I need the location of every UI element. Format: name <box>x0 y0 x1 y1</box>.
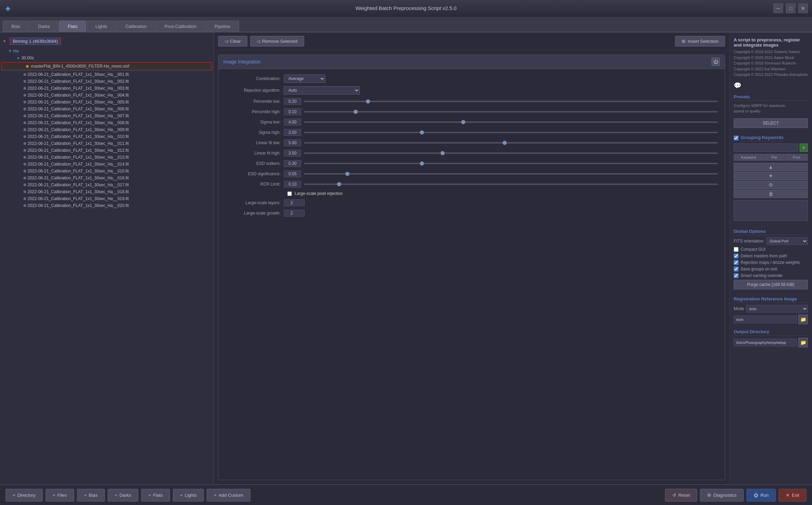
linear-fit-high-input[interactable] <box>284 150 301 157</box>
esd-outliers-slider[interactable] <box>304 163 718 164</box>
compact-gui-checkbox[interactable] <box>734 247 739 252</box>
list-item[interactable]: 2022-06-21_Calibration_FLAT_1x1_30sec_Ha… <box>0 202 214 209</box>
presets-select-button[interactable]: SELECT <box>734 118 808 128</box>
output-dir-input[interactable] <box>734 339 797 346</box>
list-item[interactable]: 2022-06-21_Calibration_FLAT_1x1_30sec_Ha… <box>0 119 214 126</box>
tab-darks[interactable]: Darks <box>29 21 58 32</box>
compact-gui-row: Compact GUI <box>734 247 808 252</box>
output-dir-folder-button[interactable]: 📁 <box>798 338 808 347</box>
tab-post-calibration[interactable]: Post-Calibration <box>156 21 205 32</box>
add-files-button[interactable]: + Files <box>46 489 74 502</box>
add-bias-button[interactable]: + Bias <box>77 489 105 502</box>
add-custom-button[interactable]: + Add Custom <box>207 489 250 502</box>
list-item[interactable]: 2022-06-21_Calibration_FLAT_1x1_30sec_Ha… <box>0 195 214 202</box>
sigma-high-input[interactable] <box>284 129 301 136</box>
list-item[interactable]: 2022-06-21_Calibration_FLAT_1x1_30sec_Ha… <box>0 147 214 154</box>
detect-masters-checkbox[interactable] <box>734 254 739 258</box>
linear-fit-high-slider[interactable] <box>304 152 718 154</box>
tab-lights[interactable]: Lights <box>87 21 116 32</box>
purge-cache-button[interactable]: Purge cache (169.58 KiB) <box>734 280 808 289</box>
esd-significance-input[interactable] <box>284 170 301 177</box>
list-item[interactable]: 2022-06-21_Calibration_FLAT_1x1_30sec_Ha… <box>0 154 214 161</box>
large-scale-layers-spinbox[interactable] <box>284 199 305 206</box>
list-item[interactable]: 2022-06-21_Calibration_FLAT_1x1_30sec_Ha… <box>0 181 214 188</box>
tree-time-group[interactable]: ▼ 30.00s <box>0 55 214 61</box>
exit-button[interactable]: ✕ Exit <box>779 489 806 502</box>
tree-binning-group[interactable]: ▼ Binning 1 (4630x3694) <box>0 35 214 47</box>
dot-icon <box>23 73 26 76</box>
sigma-low-control <box>284 119 718 126</box>
maximize-button[interactable]: □ <box>786 3 795 13</box>
invert-selection-button[interactable]: ⊞ Invert Selection <box>675 36 725 47</box>
add-directory-button[interactable]: + Directory <box>6 489 43 502</box>
fits-orientation-select[interactable]: Global Pref FITS Standard PixInsight <box>766 237 808 245</box>
keyword-area[interactable] <box>734 200 808 221</box>
linear-fit-low-slider[interactable] <box>304 142 718 143</box>
tab-pipeline[interactable]: Pipeline <box>206 21 239 32</box>
tab-flats[interactable]: Flats <box>59 21 86 32</box>
smart-naming-row: Smart naming override <box>734 273 808 278</box>
esd-outliers-input[interactable] <box>284 160 301 167</box>
registration-mode-select[interactable]: auto manual <box>746 305 808 313</box>
sigma-low-input[interactable] <box>284 119 301 126</box>
minimize-button[interactable]: ─ <box>773 3 783 13</box>
percentile-high-slider[interactable] <box>304 111 718 112</box>
list-item[interactable]: 2022-06-21_Calibration_FLAT_1x1_30sec_Ha… <box>0 92 214 99</box>
list-item[interactable]: 2022-06-21_Calibration_FLAT_1x1_30sec_Ha… <box>0 140 214 147</box>
sigma-low-slider[interactable] <box>304 121 718 123</box>
list-item[interactable]: 2022-06-21_Calibration_FLAT_1x1_30sec_Ha… <box>0 85 214 92</box>
run-button[interactable]: ⏻ Run <box>746 489 776 502</box>
list-item[interactable]: 2022-06-21_Calibration_FLAT_1x1_30sec_Ha… <box>0 99 214 106</box>
tab-calibration[interactable]: Calibration <box>117 21 155 32</box>
rcr-limit-input[interactable] <box>284 181 301 188</box>
list-item[interactable]: 2022-06-21_Calibration_FLAT_1x1_30sec_Ha… <box>0 175 214 181</box>
large-scale-growth-spinbox[interactable] <box>284 210 305 217</box>
dot-icon <box>23 149 26 152</box>
diagnostics-button[interactable]: ⚙ Diagnostics <box>700 489 744 502</box>
save-groups-checkbox[interactable] <box>734 267 739 271</box>
percentile-low-slider[interactable] <box>304 101 718 102</box>
list-item[interactable]: 2022-06-21_Calibration_FLAT_1x1_30sec_Ha… <box>0 106 214 112</box>
chat-icon[interactable]: 💬 <box>734 82 808 89</box>
close-button[interactable]: ✕ <box>798 3 808 13</box>
list-item[interactable]: 2022-06-21_Calibration_FLAT_1x1_30sec_Ha… <box>0 71 214 78</box>
list-item[interactable]: 2022-06-21_Calibration_FLAT_1x1_30sec_Ha… <box>0 126 214 133</box>
keyword-settings-button[interactable]: ⚙ <box>734 181 808 189</box>
percentile-low-input[interactable] <box>284 98 301 105</box>
grouping-keywords-checkbox[interactable] <box>734 136 739 140</box>
add-lights-button[interactable]: + Lights <box>173 489 204 502</box>
keyword-add-button[interactable]: + <box>800 143 808 152</box>
combination-select[interactable]: Average Median <box>284 75 325 83</box>
tree-master-file[interactable]: ★ masterFlat_BIN-1_4500x3600_FILTER-Ha_m… <box>1 62 212 70</box>
percentile-high-input[interactable] <box>284 108 301 115</box>
remove-selected-button[interactable]: ◁ Remove Selected <box>250 36 304 47</box>
list-item[interactable]: 2022-06-21_Calibration_FLAT_1x1_30sec_Ha… <box>0 112 214 119</box>
add-flats-button[interactable]: + Flats <box>141 489 170 502</box>
list-item[interactable]: 2022-06-21_Calibration_FLAT_1x1_30sec_Ha… <box>0 188 214 195</box>
registration-input[interactable] <box>734 316 797 323</box>
keyword-up-button[interactable]: ▲ <box>734 163 808 171</box>
rejection-select[interactable]: Auto None <box>284 86 360 95</box>
add-darks-button[interactable]: + Darks <box>108 489 139 502</box>
keyword-input[interactable] <box>734 143 798 152</box>
smart-naming-checkbox[interactable] <box>734 273 739 278</box>
tree-ha-group[interactable]: ▼ Ha <box>0 47 214 55</box>
rcr-limit-slider[interactable] <box>304 184 718 185</box>
list-item[interactable]: 2022-06-21_Calibration_FLAT_1x1_30sec_Ha… <box>0 168 214 175</box>
keyword-down-button[interactable]: ▼ <box>734 172 808 180</box>
list-item[interactable]: 2022-06-21_Calibration_FLAT_1x1_30sec_Ha… <box>0 78 214 85</box>
percentile-low-thumb <box>366 99 370 103</box>
sigma-high-slider[interactable] <box>304 132 718 133</box>
list-item[interactable]: 2022-06-21_Calibration_FLAT_1x1_30sec_Ha… <box>0 133 214 140</box>
list-item[interactable]: 2022-06-21_Calibration_FLAT_1x1_30sec_Ha… <box>0 161 214 168</box>
clear-button[interactable]: ◁ Clear <box>218 36 247 47</box>
tab-bias[interactable]: Bias <box>3 21 29 32</box>
linear-fit-low-input[interactable] <box>284 139 301 146</box>
rejection-maps-checkbox[interactable] <box>734 260 739 265</box>
large-scale-rejection-checkbox[interactable] <box>287 191 292 196</box>
esd-significance-slider[interactable] <box>304 173 718 175</box>
registration-folder-button[interactable]: 📁 <box>798 315 808 324</box>
reset-button[interactable]: ↺ Reset <box>665 489 697 502</box>
ii-power-button[interactable]: ⏻ <box>712 58 720 66</box>
keyword-delete-button[interactable]: 🗑 <box>734 190 808 198</box>
